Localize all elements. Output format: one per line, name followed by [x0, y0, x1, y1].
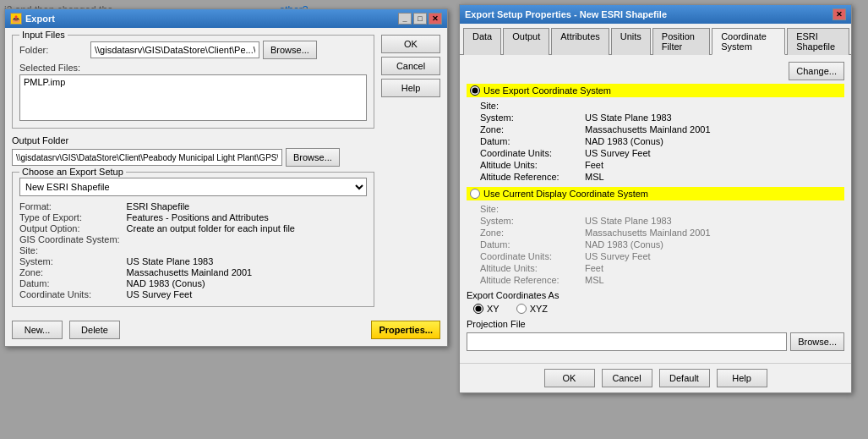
maximize-button[interactable]: □ [413, 13, 427, 25]
export-coord-details: Site: System: US State Plane 1983 Zone: … [480, 101, 844, 182]
output-option-key: Output Option: [19, 223, 120, 233]
folder-label: Folder: [19, 45, 87, 55]
tab-data[interactable]: Data [463, 28, 501, 55]
xy-radio-item[interactable]: XY [473, 304, 500, 314]
minimize-button[interactable]: _ [398, 13, 412, 25]
proj-file-input[interactable] [467, 332, 787, 351]
setup-cancel-button[interactable]: Cancel [602, 369, 652, 387]
datum-key: Datum: [19, 278, 120, 288]
input-files-label: Input Files [19, 30, 68, 40]
setup-properties-window: Export Setup Properties - New ESRI Shape… [459, 4, 852, 393]
coord-units-val: US Survey Feet [127, 289, 367, 299]
use-current-radio-row[interactable]: Use Current Display Coordinate System [467, 187, 844, 200]
exp-altref-key: Altitude Reference: [480, 172, 581, 182]
exp-zone-key: Zone: [480, 124, 581, 134]
cur-coord-val: US Survey Feet [585, 251, 844, 261]
exp-datum-key: Datum: [480, 136, 581, 146]
input-files-group: Input Files Folder: Browse... Selected F… [12, 35, 374, 129]
setup-tabs: Data Output Attributes Units Position Fi… [460, 24, 851, 55]
cur-site-key: Site: [480, 204, 581, 214]
zone-val: Massachusetts Mainland 2001 [127, 267, 367, 277]
format-key: Format: [19, 201, 120, 211]
system-val: US State Plane 1983 [127, 256, 367, 266]
cur-system-val: US State Plane 1983 [585, 216, 844, 226]
cur-alt-val: Feet [585, 263, 844, 273]
export-setup-dropdown[interactable]: New ESRI Shapefile [19, 178, 367, 196]
setup-close-button[interactable]: ✕ [833, 8, 846, 20]
new-button[interactable]: New... [12, 321, 63, 339]
export-window-icon: 📤 [10, 13, 22, 25]
current-coord-details: Site: System: US State Plane 1983 Zone: … [480, 204, 844, 285]
close-button[interactable]: ✕ [429, 13, 442, 25]
cancel-button[interactable]: Cancel [381, 57, 440, 75]
exp-altref-val: MSL [585, 172, 844, 182]
setup-default-button[interactable]: Default [659, 369, 710, 387]
exp-system-val: US State Plane 1983 [585, 112, 844, 123]
use-current-radio-label: Use Current Display Coordinate System [483, 189, 648, 199]
export-coords-section: Export Coordinates As XY XYZ [467, 290, 844, 314]
use-export-radio[interactable] [470, 85, 480, 96]
cur-alt-key: Altitude Units: [480, 263, 581, 273]
folder-input[interactable] [90, 41, 259, 58]
tab-coordinate-system-content: Change... Use Export Coordinate System S… [460, 55, 851, 363]
exp-datum-val: NAD 1983 (Conus) [585, 136, 844, 146]
tab-units[interactable]: Units [611, 28, 651, 55]
cur-datum-val: NAD 1983 (Conus) [585, 239, 844, 250]
file-item: PMLP.imp [24, 77, 363, 87]
output-option-val: Create an output folder for each input f… [127, 223, 367, 233]
input-browse-button[interactable]: Browse... [263, 41, 317, 59]
tab-position-filter[interactable]: Position Filter [652, 28, 710, 55]
export-coords-label: Export Coordinates As [467, 290, 844, 300]
exp-coord-val: US Survey Feet [585, 148, 844, 158]
tab-esri-shapefile[interactable]: ESRI Shapefile [787, 28, 849, 55]
cur-datum-key: Datum: [480, 239, 581, 250]
xy-label: XY [487, 304, 500, 314]
cur-zone-key: Zone: [480, 228, 581, 238]
gis-coord-key: GIS Coordinate System: [19, 234, 120, 244]
type-val: Features - Positions and Attributes [127, 212, 367, 222]
tab-output[interactable]: Output [503, 28, 549, 55]
proj-browse-button[interactable]: Browse... [790, 332, 844, 351]
delete-button[interactable]: Delete [69, 321, 120, 339]
cur-altref-key: Altitude Reference: [480, 275, 581, 285]
setup-ok-button[interactable]: OK [544, 369, 595, 387]
setup-info: Format: ESRI Shapefile Type of Export: F… [19, 201, 367, 299]
exp-alt-val: Feet [585, 160, 844, 170]
file-list[interactable]: PMLP.imp [19, 74, 367, 121]
site-key: Site: [19, 245, 120, 255]
setup-bottom-buttons: OK Cancel Default Help [460, 363, 851, 392]
coord-units-key: Coordinate Units: [19, 289, 120, 299]
use-current-radio[interactable] [470, 189, 480, 199]
properties-button[interactable]: Properties... [371, 321, 440, 339]
setup-help-button[interactable]: Help [717, 369, 767, 387]
exp-site-key: Site: [480, 101, 581, 111]
output-folder-input[interactable] [12, 149, 282, 166]
change-button[interactable]: Change... [789, 62, 844, 80]
cur-coord-key: Coordinate Units: [480, 251, 581, 261]
datum-val: NAD 1983 (Conus) [127, 278, 367, 288]
zone-key: Zone: [19, 267, 120, 277]
exp-alt-key: Altitude Units: [480, 160, 581, 170]
type-key: Type of Export: [19, 212, 120, 222]
site-val [127, 245, 367, 255]
export-bottom-row: New... Delete Properties... [5, 321, 447, 346]
tab-coordinate-system[interactable]: Coordinate System [712, 28, 785, 55]
output-browse-button[interactable]: Browse... [286, 148, 340, 167]
output-folder-label: Output Folder [12, 135, 374, 145]
choose-setup-group: Choose an Export Setup New ESRI Shapefil… [12, 172, 374, 307]
export-window-title: Export [25, 14, 55, 24]
xy-radio[interactable] [473, 304, 483, 314]
ok-button[interactable]: OK [381, 35, 440, 53]
xyz-radio[interactable] [516, 304, 527, 314]
exp-site-val [585, 101, 844, 111]
use-export-radio-row[interactable]: Use Export Coordinate System [467, 84, 844, 97]
export-title-bar: 📤 Export _ □ ✕ [5, 9, 447, 28]
xyz-radio-item[interactable]: XYZ [516, 304, 548, 314]
exp-system-key: System: [480, 112, 581, 123]
title-controls: _ □ ✕ [398, 13, 442, 25]
choose-setup-label: Choose an Export Setup [19, 167, 126, 177]
projection-file-section: Projection File Browse... [467, 319, 844, 351]
help-button[interactable]: Help [381, 79, 440, 97]
folder-row: Folder: Browse... [19, 41, 367, 59]
tab-attributes[interactable]: Attributes [551, 28, 609, 55]
